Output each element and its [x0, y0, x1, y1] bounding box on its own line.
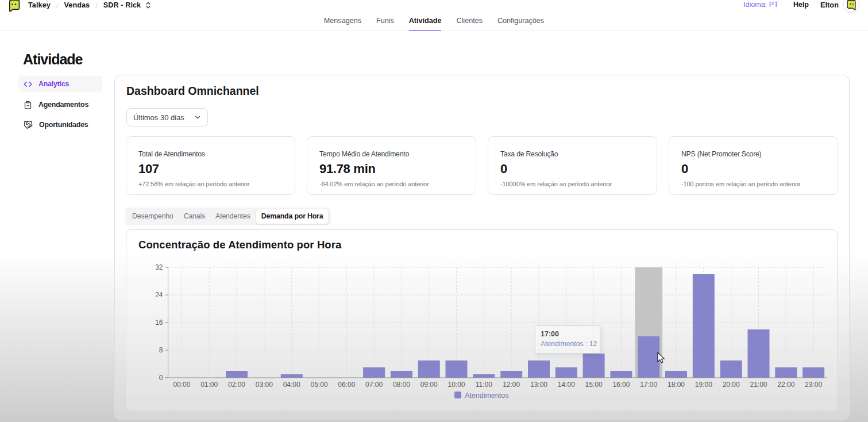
svg-text:13:00: 13:00	[530, 381, 547, 389]
svg-text:Atendimentos: Atendimentos	[465, 392, 508, 400]
svg-text:01:00: 01:00	[200, 381, 218, 389]
svg-text:17:00: 17:00	[640, 381, 657, 389]
svg-text:24: 24	[155, 291, 163, 299]
svg-text:20:00: 20:00	[723, 381, 740, 389]
svg-text:10:00: 10:00	[447, 381, 465, 389]
svg-text:06:00: 06:00	[338, 381, 355, 389]
svg-text:05:00: 05:00	[310, 381, 327, 389]
svg-text:21:00: 21:00	[750, 381, 767, 389]
svg-text:0: 0	[159, 374, 163, 382]
svg-text:02:00: 02:00	[228, 381, 245, 389]
svg-text:16: 16	[155, 319, 163, 327]
svg-text:07:00: 07:00	[365, 381, 383, 389]
svg-text:15:00: 15:00	[585, 381, 603, 389]
svg-text:03:00: 03:00	[256, 381, 273, 389]
svg-text:16:00: 16:00	[612, 381, 630, 389]
svg-text:22:00: 22:00	[777, 381, 794, 389]
svg-text:18:00: 18:00	[668, 381, 685, 389]
svg-text:11:00: 11:00	[476, 381, 492, 389]
svg-text:04:00: 04:00	[283, 381, 300, 389]
svg-text:08:00: 08:00	[393, 381, 410, 389]
svg-text:12:00: 12:00	[503, 381, 520, 389]
svg-text:09:00: 09:00	[421, 381, 438, 389]
svg-text:8: 8	[159, 346, 163, 354]
svg-text:00:00: 00:00	[173, 381, 190, 389]
svg-text:19:00: 19:00	[695, 381, 712, 389]
svg-text:32: 32	[155, 263, 163, 271]
svg-text:23:00: 23:00	[805, 381, 822, 389]
svg-text:14:00: 14:00	[558, 381, 575, 389]
